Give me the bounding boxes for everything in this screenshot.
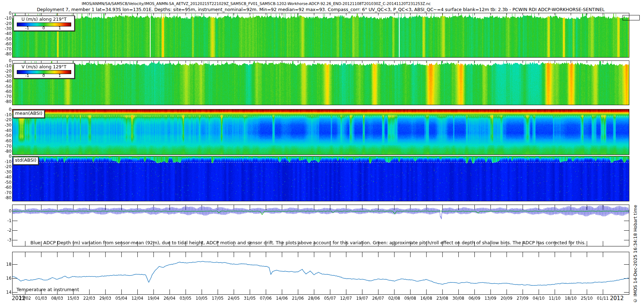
depth-tick-label: -80 (0, 195, 11, 200)
colorbar-tick-label: 1 (55, 26, 64, 30)
depth-tick-label: -60 (0, 185, 11, 190)
depth-tick-label: -40 (0, 31, 11, 36)
figure-title: IMOS/ANMN/SA/SAM5CB/Velocity/IMOS_ANMN-S… (0, 1, 512, 6)
depth-variation-tick-label: -3 (0, 237, 11, 242)
depth-tick-label: -40 (0, 79, 11, 84)
depth-tick-label: -80 (0, 99, 11, 104)
depth-tick-label: -80 (0, 149, 11, 154)
depth-tick-label: -80 (0, 52, 11, 57)
panel-std-absi (12, 156, 629, 201)
depth-tick-label: -40 (0, 128, 11, 133)
std-absi-heatmap (13, 156, 629, 201)
u-velocity-heatmap (13, 13, 629, 57)
u-colorbar-legend: U (m/s) along 219°T -1 0 1 (13, 15, 75, 31)
depth-tick-label: -50 (0, 84, 11, 89)
depth-variation-tick-label: -2 (0, 228, 11, 233)
depth-tick-label: -20 (0, 21, 11, 26)
depth-tick-label: -60 (0, 138, 11, 143)
colorbar-tick-label: 0 (39, 26, 48, 30)
depth-tick-label: -20 (0, 69, 11, 74)
figure-subtitle: Deployment 7, member 1 lat=34.93S lon=13… (13, 7, 629, 12)
colorbar-tick-label: -1 (23, 73, 31, 78)
depth-tick-label: 0 (0, 11, 11, 16)
std-absi-label: std(ABSI) (13, 157, 39, 165)
panel-v-velocity (12, 60, 629, 105)
colorbar-tick-label: -1 (23, 26, 31, 30)
depth-tick-label: -40 (0, 175, 11, 180)
depth-tick-label: -20 (0, 117, 11, 122)
depth-tick-label: -10 (0, 63, 11, 68)
temperature-label: Temperature at instrument (16, 287, 79, 292)
v-colorbar-legend: V (m/s) along 129°T -1 0 1 (13, 63, 75, 79)
depth-tick-label: -70 (0, 94, 11, 99)
panel-u-velocity (12, 13, 629, 58)
depth-tick-label: -10 (0, 112, 11, 117)
mean-absi-heatmap (13, 109, 629, 155)
panel-temperature (12, 252, 629, 295)
depth-variation-tick-label: -1 (0, 218, 11, 223)
temperature-chart (13, 252, 629, 294)
depth-tick-label: -10 (0, 159, 11, 164)
u-legend-title: U (m/s) along 219°T (14, 16, 74, 22)
depth-tick-label: -50 (0, 36, 11, 41)
depth-tick-label: -50 (0, 180, 11, 185)
depth-tick-label: -20 (0, 164, 11, 169)
depth-variation-tick-label: 0 (0, 209, 11, 214)
v-legend-title: V (m/s) along 129°T (14, 64, 74, 69)
depth-tick-label: -70 (0, 46, 11, 52)
depth-tick-label: -10 (0, 16, 11, 21)
depth-tick-label: 0 (0, 58, 11, 63)
depth-tick-label: -60 (0, 41, 11, 46)
imos-watermark: © IMOS 14-Dec-2025 16:34:18 Hobart time (633, 149, 641, 303)
adcp-mooring-figure: IMOS/ANMN/SA/SAM5CB/Velocity/IMOS_ANMN-S… (0, 0, 644, 304)
mean-absi-label: mean(ABSI) (13, 110, 45, 118)
panel-mean-absi (12, 109, 629, 155)
temperature-tick-label: 16 (0, 276, 11, 281)
temperature-tick-label: 14 (0, 290, 11, 295)
depth-tick-label: -30 (0, 26, 11, 31)
depth-tick-label: -50 (0, 133, 11, 138)
depth-tick-label: -30 (0, 170, 11, 175)
depth-tick-label: -30 (0, 123, 11, 128)
depth-tick-label: 0 (0, 154, 11, 159)
colorbar-tick-label: 0 (39, 73, 48, 78)
depth-tick-label: 0 (0, 107, 11, 112)
depth-variation-annotation: Blue: ADCP Depth (m) variation from sens… (30, 240, 586, 245)
depth-tick-label: -70 (0, 190, 11, 195)
colorbar-tick-label: 1 (55, 73, 64, 78)
scale-bracket-icon (623, 15, 640, 20)
depth-tick-label: -60 (0, 89, 11, 94)
temperature-tick-label: 18 (0, 262, 11, 267)
depth-tick-label: -30 (0, 74, 11, 79)
v-velocity-heatmap (13, 61, 629, 105)
date-tick-label: 01/11 (592, 296, 614, 301)
depth-tick-label: -70 (0, 144, 11, 149)
